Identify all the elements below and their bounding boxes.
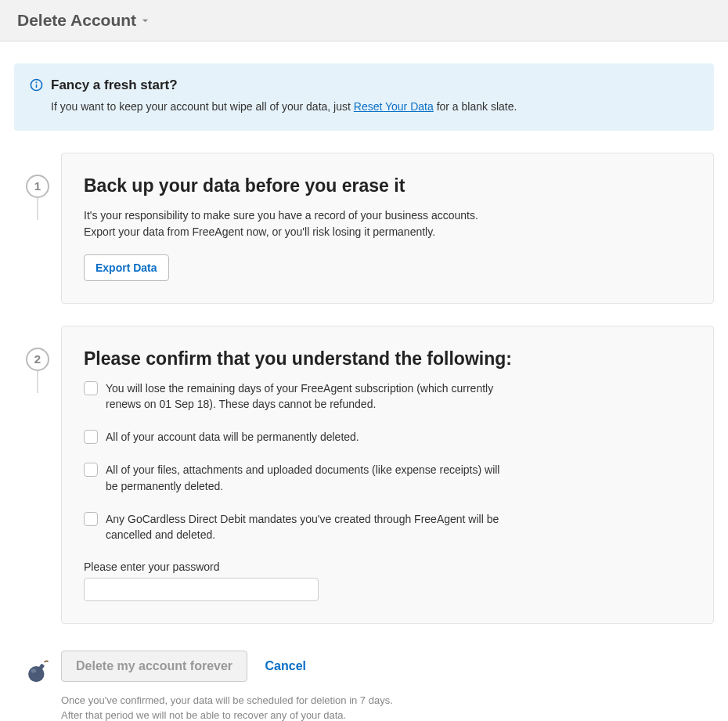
page-header: Delete Account: [0, 0, 728, 41]
checkbox-subscription[interactable]: [84, 381, 98, 395]
step-1-text: It's your responsibility to make sure yo…: [84, 207, 691, 240]
check-text-3: All of your files, attachments and uploa…: [106, 462, 513, 494]
step-1-row: 1 Back up your data before you erase it …: [14, 153, 714, 326]
step-2-title: Please confirm that you understand the f…: [84, 348, 691, 370]
page-title-text: Delete Account: [17, 11, 136, 30]
check-row-1: You will lose the remaining days of your…: [84, 380, 691, 413]
delete-account-button[interactable]: Delete my account forever: [61, 651, 247, 682]
step-1-badge: 1: [26, 175, 49, 198]
final-note-line2: After that period we will not be able to…: [61, 709, 346, 721]
check-text-4: Any GoCardless Direct Debit mandates you…: [106, 511, 513, 543]
info-text-suffix: for a blank slate.: [434, 100, 517, 113]
step-1-line1: It's your responsibility to make sure yo…: [84, 209, 478, 222]
check-row-3: All of your files, attachments and uploa…: [84, 462, 691, 494]
info-text-prefix: If you want to keep your account but wip…: [51, 100, 354, 113]
password-input[interactable]: [84, 578, 319, 601]
info-text: If you want to keep your account but wip…: [51, 99, 698, 115]
checkbox-account-data[interactable]: [84, 430, 98, 444]
checkbox-gocardless[interactable]: [84, 512, 98, 526]
final-note-line1: Once you've confirmed, your data will be…: [61, 694, 393, 706]
svg-point-4: [31, 669, 37, 672]
info-banner: Fancy a fresh start? If you want to keep…: [14, 63, 714, 131]
check-text-2: All of your account data will be permane…: [106, 429, 359, 445]
step-2-badge: 2: [26, 348, 49, 371]
step-1-line2: Export your data from FreeAgent now, or …: [84, 225, 435, 238]
password-label: Please enter your password: [84, 561, 691, 573]
final-row: Delete my account forever Cancel Once yo…: [14, 646, 714, 721]
step-connector: [37, 371, 38, 393]
step-2-card: Please confirm that you understand the f…: [61, 326, 714, 624]
reset-data-link[interactable]: Reset Your Data: [354, 100, 434, 113]
final-note: Once you've confirmed, your data will be…: [61, 693, 714, 721]
check-text-1: You will lose the remaining days of your…: [106, 380, 513, 413]
bomb-icon: [24, 657, 51, 683]
step-1-card: Back up your data before you erase it It…: [61, 153, 714, 304]
check-row-2: All of your account data will be permane…: [84, 429, 691, 445]
step-1-title: Back up your data before you erase it: [84, 175, 691, 196]
step-2-row: 2 Please confirm that you understand the…: [14, 326, 714, 646]
export-data-button[interactable]: Export Data: [84, 254, 169, 281]
chevron-down-icon: [141, 16, 150, 25]
info-icon: [30, 78, 43, 95]
page-title-dropdown[interactable]: Delete Account: [17, 11, 150, 30]
svg-point-1: [36, 82, 37, 83]
cancel-link[interactable]: Cancel: [265, 659, 306, 672]
check-row-4: Any GoCardless Direct Debit mandates you…: [84, 511, 691, 543]
step-connector: [37, 198, 38, 220]
info-title: Fancy a fresh start?: [51, 78, 698, 93]
checkbox-files[interactable]: [84, 463, 98, 477]
